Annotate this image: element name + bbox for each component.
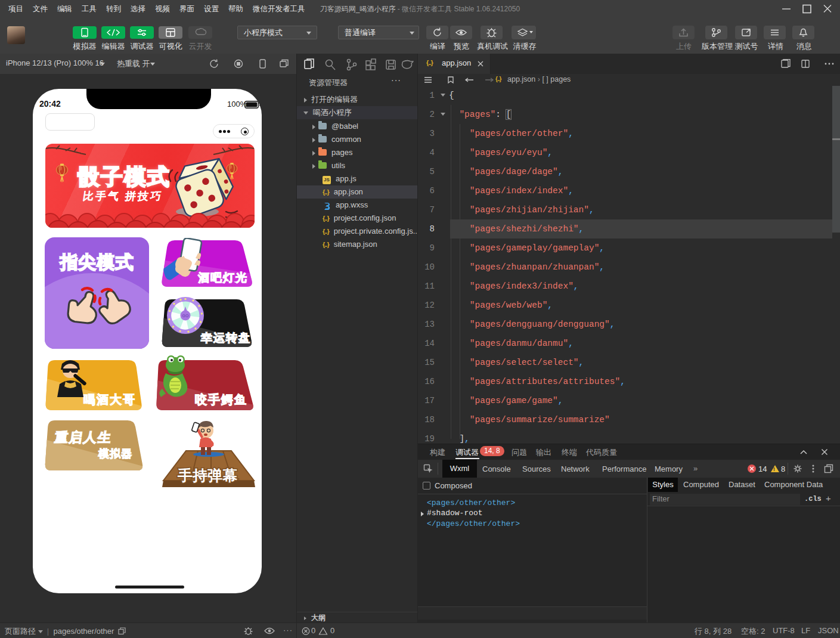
svg-text:手持弹幕: 手持弹幕 — [177, 467, 238, 484]
svg-text:GO: GO — [182, 314, 189, 318]
